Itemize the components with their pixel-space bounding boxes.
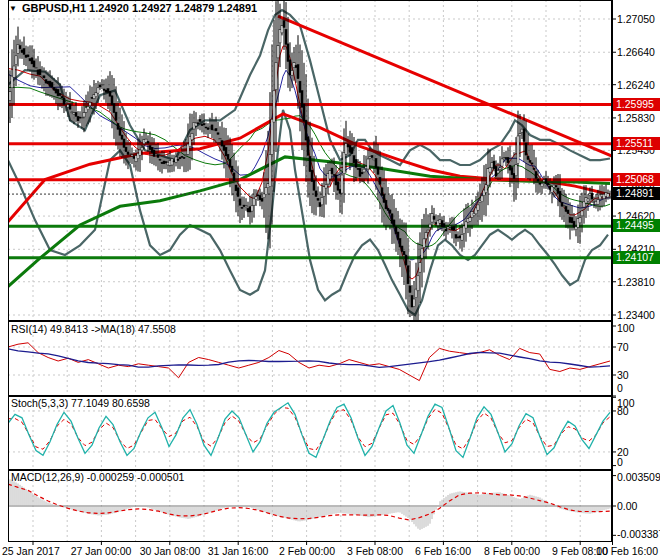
trading-chart-window: ▼GBPUSD,H11.249201.249271.248791.24891 R… [0,0,660,560]
chart-canvas[interactable] [0,0,660,560]
